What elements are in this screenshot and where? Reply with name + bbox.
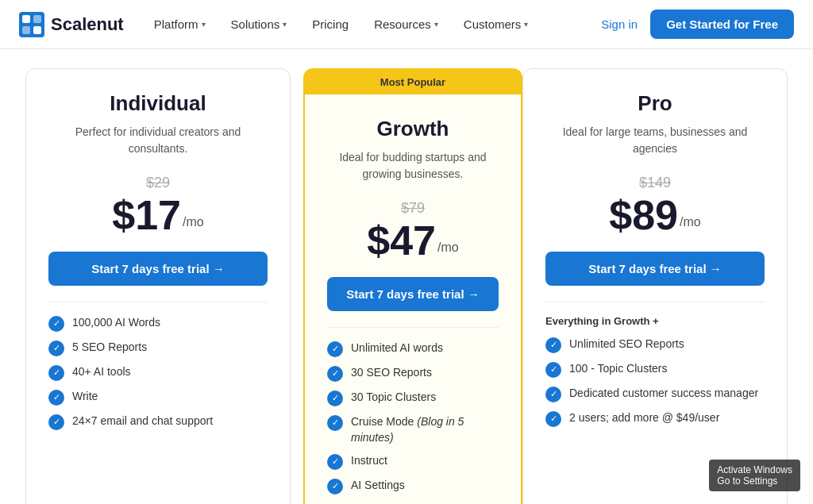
list-item: ✓ AI Settings (327, 478, 499, 494)
check-icon: ✓ (48, 390, 64, 406)
sign-in-button[interactable]: Sign in (601, 17, 638, 31)
windows-watermark: Activate WindowsGo to Settings (709, 460, 800, 491)
plan-individual-price-row: $17 /mo (48, 194, 268, 236)
plan-pro-suffix: /mo (680, 215, 701, 229)
everything-label: Everything in Growth + (545, 315, 765, 327)
list-item: ✓ Dedicated customer success manager (545, 386, 765, 402)
list-item: ✓ 2 users; add more @ $49/user (545, 410, 765, 427)
check-icon: ✓ (327, 341, 343, 357)
growth-divider (327, 327, 499, 328)
pro-trial-button[interactable]: Start 7 days free trial → (545, 252, 765, 286)
list-item: ✓ Write (48, 389, 268, 406)
svg-rect-1 (22, 15, 30, 23)
check-icon: ✓ (545, 387, 561, 402)
check-icon: ✓ (48, 365, 64, 381)
plan-individual-desc: Perfect for individual creators and cons… (48, 124, 268, 162)
list-item: ✓ 24×7 email and chat support (48, 414, 268, 430)
svg-rect-3 (22, 26, 30, 34)
nav-solutions[interactable]: Solutions ▾ (220, 11, 299, 37)
platform-chevron-icon: ▾ (202, 20, 206, 29)
check-icon: ✓ (327, 391, 343, 406)
logo-text: Scalenut (51, 14, 124, 35)
growth-trial-button[interactable]: Start 7 days free trial → (327, 277, 499, 311)
customers-chevron-icon: ▾ (524, 20, 528, 29)
plan-individual: Individual Perfect for individual creato… (25, 68, 291, 504)
plan-growth-price-row: $47 /mo (327, 220, 499, 261)
check-icon: ✓ (545, 337, 561, 353)
check-icon: ✓ (48, 340, 64, 356)
pricing-section: Individual Perfect for individual creato… (0, 49, 813, 504)
plan-individual-name: Individual (48, 91, 268, 116)
plan-pro-price: $89 (609, 194, 678, 236)
check-icon: ✓ (327, 479, 343, 494)
check-icon: ✓ (327, 366, 343, 382)
plan-growth-suffix: /mo (437, 240, 459, 255)
list-item: ✓ 30 SEO Reports (327, 365, 499, 382)
navbar: Scalenut Platform ▾ Solutions ▾ Pricing … (0, 0, 813, 49)
check-icon: ✓ (545, 411, 561, 427)
list-item: ✓ 40+ AI tools (48, 364, 268, 381)
growth-features: ✓ Unlimited AI words ✓ 30 SEO Reports ✓ … (327, 340, 499, 494)
plan-individual-price: $17 (112, 194, 181, 236)
svg-rect-4 (33, 26, 41, 34)
nav-pricing[interactable]: Pricing (301, 11, 360, 37)
nav-links: Platform ▾ Solutions ▾ Pricing Resources… (143, 11, 602, 37)
nav-platform[interactable]: Platform ▾ (143, 11, 217, 37)
plan-pro-name: Pro (545, 91, 765, 116)
check-icon: ✓ (327, 454, 343, 470)
list-item: ✓ Unlimited SEO Reports (545, 337, 765, 353)
list-item: ✓ 5 SEO Reports (48, 340, 268, 356)
logo-icon (19, 12, 44, 37)
plan-growth: Growth Ideal for budding startups and gr… (303, 94, 522, 504)
plan-growth-desc: Ideal for budding startups and growing b… (327, 149, 499, 187)
individual-divider (48, 302, 268, 302)
resources-chevron-icon: ▾ (434, 20, 438, 29)
check-icon: ✓ (48, 414, 64, 430)
list-item: ✓ Instruct (327, 453, 499, 470)
plan-individual-suffix: /mo (183, 215, 204, 229)
check-icon: ✓ (48, 316, 64, 332)
plan-growth-original-price: $79 (327, 200, 499, 217)
individual-features: ✓ 100,000 AI Words ✓ 5 SEO Reports ✓ 40+… (48, 315, 268, 430)
pro-divider (545, 302, 765, 302)
plan-pro-price-row: $89 /mo (545, 194, 765, 236)
get-started-button[interactable]: Get Started for Free (650, 10, 794, 39)
nav-customers[interactable]: Customers ▾ (453, 11, 540, 37)
plan-growth-price: $47 (367, 220, 436, 261)
list-item: ✓ Cruise Mode (Blog in 5 minutes) (327, 414, 499, 445)
plan-pro-desc: Ideal for large teams, businesses and ag… (545, 124, 765, 162)
logo[interactable]: Scalenut (19, 12, 124, 37)
list-item: ✓ 100 - Topic Clusters (545, 361, 765, 378)
list-item: ✓ 100,000 AI Words (48, 315, 268, 332)
nav-resources[interactable]: Resources ▾ (363, 11, 449, 37)
nav-actions: Sign in Get Started for Free (601, 10, 794, 39)
solutions-chevron-icon: ▾ (283, 20, 287, 29)
plan-pro: Pro Ideal for large teams, businesses an… (522, 68, 788, 504)
list-item: ✓ Unlimited AI words (327, 340, 499, 357)
plan-individual-original-price: $29 (48, 175, 268, 191)
check-icon: ✓ (545, 362, 561, 378)
plan-growth-name: Growth (327, 117, 499, 141)
plan-pro-original-price: $149 (545, 175, 765, 191)
list-item: ✓ 30 Topic Clusters (327, 390, 499, 406)
check-icon: ✓ (327, 415, 343, 431)
most-popular-badge: Most Popular (303, 68, 522, 94)
pro-features: ✓ Unlimited SEO Reports ✓ 100 - Topic Cl… (545, 337, 765, 427)
svg-rect-2 (33, 15, 41, 23)
individual-trial-button[interactable]: Start 7 days free trial → (48, 252, 268, 286)
cards-container: Individual Perfect for individual creato… (25, 68, 788, 504)
plan-growth-wrapper: Most Popular Growth Ideal for budding st… (303, 68, 522, 504)
